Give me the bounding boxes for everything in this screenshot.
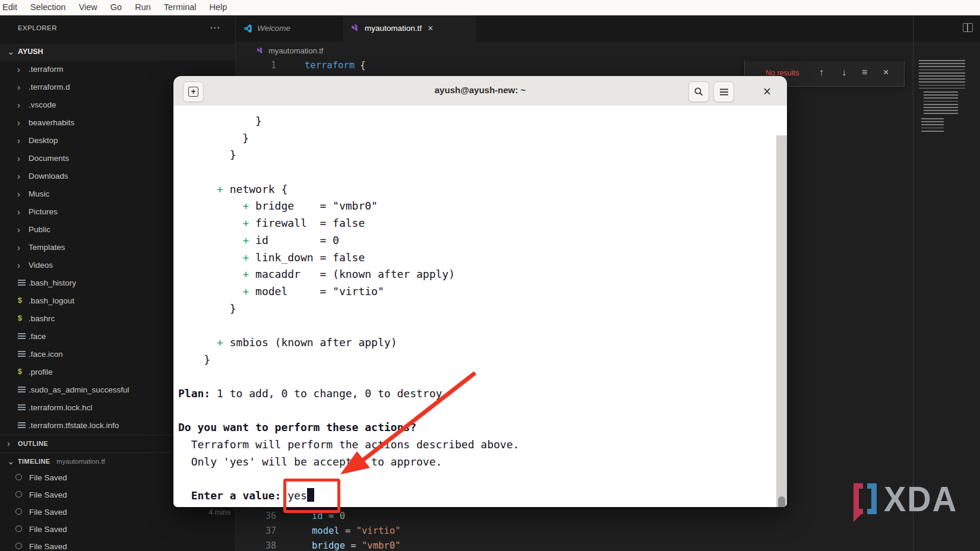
timeline-item[interactable]: File Saved <box>0 539 235 551</box>
minimap-block <box>921 118 944 134</box>
text-file-icon <box>18 351 26 357</box>
terminal-line: + smbios (known after apply) <box>178 334 519 352</box>
file-label: .face <box>29 332 46 341</box>
timeline-label: TIMELINE <box>18 458 50 465</box>
text-file-icon <box>18 422 26 429</box>
menu-button[interactable] <box>713 81 734 102</box>
chevron-right-icon: › <box>17 260 20 271</box>
timeline-item[interactable]: File Saved <box>0 521 235 539</box>
chevron-right-icon: › <box>17 207 20 217</box>
xda-logo: XDA <box>853 483 957 514</box>
terminal-scrollbar[interactable] <box>776 135 787 507</box>
folder-label: .vscode <box>29 100 56 109</box>
minimap-block <box>924 91 958 115</box>
line-number: 37 <box>249 525 276 536</box>
find-next-icon[interactable]: ↓ <box>842 67 846 78</box>
root-folder-label: AYUSH <box>18 48 43 56</box>
folder-label: Public <box>29 225 50 234</box>
folder-label: Documents <box>29 154 69 163</box>
terminal-content[interactable]: } } } + network { + bridge = "vmbr0" + f… <box>173 106 787 507</box>
terminal-line: Enter a value: yes <box>178 487 519 505</box>
terminal-line: Do you want to perform these actions? <box>178 419 519 436</box>
terminal-line: + link_down = false <box>178 249 519 267</box>
menu-item-edit[interactable]: Edit <box>0 0 24 15</box>
terraform-icon <box>351 24 360 33</box>
explorer-title: EXPLORER <box>18 24 57 31</box>
code-line: terraform { <box>305 60 366 71</box>
chevron-right-icon: › <box>17 100 20 110</box>
folder-label: Downloads <box>29 172 68 180</box>
terminal-line <box>178 470 519 487</box>
folder-label: .terraform <box>29 65 64 74</box>
terminal-line <box>178 317 519 334</box>
find-close-icon[interactable]: × <box>883 67 889 78</box>
terminal-line: + bridge = "vmbr0" <box>178 198 519 215</box>
scrollbar-thumb[interactable] <box>778 496 785 507</box>
folder-label: Music <box>29 189 49 198</box>
file-label: .bash_logout <box>29 296 74 305</box>
tab-welcome[interactable]: Welcome <box>236 15 344 42</box>
menu-item-selection[interactable]: Selection <box>24 0 72 15</box>
menu-item-view[interactable]: View <box>72 0 104 15</box>
sidebar-item-root[interactable]: ⌄ AYUSH <box>0 44 235 61</box>
menu-item-run[interactable]: Run <box>128 0 157 15</box>
file-label: .sudo_as_admin_successful <box>29 385 129 394</box>
xda-right-bracket <box>867 483 877 514</box>
find-previous-icon[interactable]: ↑ <box>819 67 824 78</box>
terminal-window: + ayush@ayush-new: ~ × } } } + network {… <box>173 76 787 507</box>
folder-label: Videos <box>29 261 53 270</box>
close-window-button[interactable]: × <box>757 81 777 101</box>
vscode-icon <box>243 24 252 33</box>
timeline-item-label: File Saved <box>29 473 67 482</box>
tab-close-icon[interactable]: × <box>428 24 433 33</box>
menu-item-help[interactable]: Help <box>203 0 234 15</box>
shell-file-icon: $ <box>18 368 22 376</box>
terminal-line <box>178 368 519 385</box>
text-file-icon <box>18 387 26 393</box>
menu-item-terminal[interactable]: Terminal <box>157 0 203 15</box>
terminal-titlebar[interactable]: + ayush@ayush-new: ~ × <box>173 76 787 106</box>
split-editor-icon[interactable] <box>963 23 973 32</box>
breadcrumb[interactable]: myautomation.tf <box>257 43 324 58</box>
commit-circle-icon <box>15 474 22 480</box>
timeline-item-label: File Saved <box>29 490 67 499</box>
shell-file-icon: $ <box>18 296 22 305</box>
folder-label: beaverhabits <box>29 118 74 127</box>
folder-label: .terraform.d <box>29 83 70 91</box>
editor-tab-bar: Welcome myautomation.tf × <box>236 15 980 42</box>
timeline-file-label: myautomation.tf <box>56 458 105 465</box>
chevron-right-icon: › <box>17 171 20 182</box>
panel-border <box>913 15 913 551</box>
timeline-item-label: File Saved <box>29 542 67 551</box>
terminal-line: } <box>178 352 519 369</box>
commit-circle-icon <box>15 508 22 515</box>
code-line: bridge = "vmbr0" <box>312 540 400 551</box>
text-file-icon <box>18 333 26 340</box>
chevron-right-icon: › <box>17 153 20 164</box>
tab-label: Welcome <box>257 24 290 33</box>
chevron-right-icon: › <box>17 64 20 75</box>
line-number: 38 <box>249 540 276 551</box>
find-in-selection-icon[interactable]: ≡ <box>862 67 867 78</box>
folder-label: Pictures <box>29 207 58 216</box>
timeline-item-time: 4 mins <box>208 508 230 517</box>
text-file-icon <box>18 280 26 286</box>
commit-circle-icon <box>15 543 22 549</box>
terminal-line: } <box>178 130 519 147</box>
minimap[interactable] <box>919 60 970 137</box>
chevron-right-icon: › <box>17 242 20 253</box>
menu-item-go[interactable]: Go <box>104 0 128 15</box>
hamburger-icon <box>719 88 729 96</box>
xda-text: XDA <box>884 483 957 516</box>
timeline-item-label: File Saved <box>29 508 67 517</box>
text-file-icon <box>18 404 26 411</box>
file-label: .bash_history <box>29 278 76 287</box>
chevron-right-icon: › <box>17 135 20 146</box>
search-button[interactable] <box>688 81 709 102</box>
tab-myautomation[interactable]: myautomation.tf × <box>344 15 476 42</box>
chevron-right-icon: › <box>17 189 20 200</box>
terraform-icon <box>257 47 264 55</box>
screen: EditSelectionViewGoRunTerminalHelp EXPLO… <box>0 0 980 551</box>
more-actions-icon[interactable]: ⋯ <box>210 21 220 34</box>
terminal-line: } <box>178 147 519 164</box>
